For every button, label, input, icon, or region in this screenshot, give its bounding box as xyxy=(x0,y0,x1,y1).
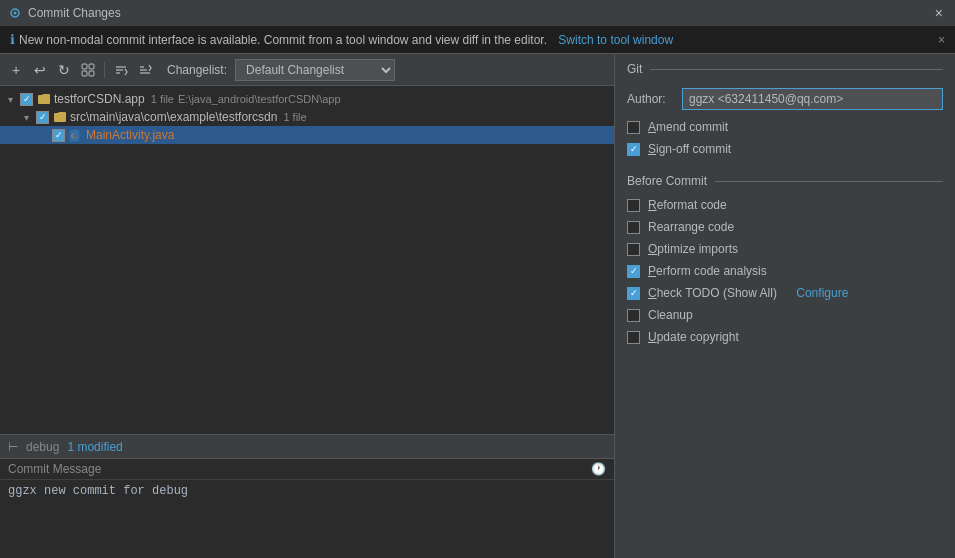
cleanup-row: Cleanup xyxy=(627,308,943,322)
optimize-imports-checkbox[interactable] xyxy=(627,243,640,256)
git-section-title: Git xyxy=(627,62,642,76)
close-button[interactable]: × xyxy=(931,5,947,21)
changelist-select[interactable]: Default Changelist xyxy=(235,59,395,81)
window-title: Commit Changes xyxy=(28,6,121,20)
commit-icon xyxy=(8,6,22,20)
tree-item-mainactivity-name: MainActivity.java xyxy=(86,128,174,142)
amend-commit-row: Amend commit xyxy=(627,120,943,134)
history-icon[interactable]: 🕐 xyxy=(591,462,606,476)
info-icon: ℹ xyxy=(10,32,15,47)
modified-count: 1 modified xyxy=(67,440,122,454)
check-todo-row: Check TODO (Show All) Configure xyxy=(627,286,943,300)
svg-rect-5 xyxy=(89,71,94,76)
right-panel: Git Author: Amend commit Sign-off commit… xyxy=(615,54,955,558)
optimize-imports-row: Optimize imports xyxy=(627,242,943,256)
optimize-imports-label: Optimize imports xyxy=(648,242,738,256)
update-copyright-row: Update copyright xyxy=(627,330,943,344)
svg-rect-3 xyxy=(89,64,94,69)
left-panel: + ↩ ↻ xyxy=(0,54,615,558)
before-commit-header: Before Commit xyxy=(627,174,943,188)
perform-analysis-row: Perform code analysis xyxy=(627,264,943,278)
add-button[interactable]: + xyxy=(6,60,26,80)
reformat-code-label: Reformat code xyxy=(648,198,727,212)
svg-rect-2 xyxy=(82,64,87,69)
rearrange-code-label: Rearrange code xyxy=(648,220,734,234)
update-copyright-checkbox[interactable] xyxy=(627,331,640,344)
tree-item-src-name: src\main\java\com\example\testforcsdn xyxy=(70,110,277,124)
file-tree: ▾ testforCSDN.app 1 file E:\java_android… xyxy=(0,86,614,434)
reformat-code-checkbox[interactable] xyxy=(627,199,640,212)
main-content: + ↩ ↻ xyxy=(0,54,955,558)
branch-name: debug xyxy=(26,440,59,454)
perform-analysis-checkbox[interactable] xyxy=(627,265,640,278)
rearrange-code-row: Rearrange code xyxy=(627,220,943,234)
refresh-button[interactable]: ↻ xyxy=(54,60,74,80)
notification-text: New non-modal commit interface is availa… xyxy=(19,33,547,47)
tree-arrow-root: ▾ xyxy=(8,94,20,105)
sort-desc-button[interactable] xyxy=(135,60,155,80)
commit-message-input[interactable]: ggzx new commit for debug xyxy=(0,480,614,558)
cleanup-label: Cleanup xyxy=(648,308,693,322)
author-input[interactable] xyxy=(682,88,943,110)
checkbox-src[interactable] xyxy=(36,111,49,124)
tree-item-root-name: testforCSDN.app xyxy=(54,92,145,106)
git-section-line xyxy=(650,69,943,70)
changelist-label: Changelist: xyxy=(167,63,227,77)
git-section-header: Git xyxy=(627,62,943,76)
commit-message-area: Commit Message 🕐 ggzx new commit for deb… xyxy=(0,458,614,558)
perform-analysis-label: Perform code analysis xyxy=(648,264,767,278)
svg-rect-4 xyxy=(82,71,87,76)
checkbox-mainactivity[interactable] xyxy=(52,129,65,142)
notification-content: ℹ New non-modal commit interface is avai… xyxy=(10,32,673,47)
before-commit-title: Before Commit xyxy=(627,174,707,188)
author-label: Author: xyxy=(627,92,682,106)
folder-icon-root xyxy=(37,92,51,106)
svg-text:C.: C. xyxy=(71,132,78,139)
tree-arrow-mainactivity xyxy=(40,130,52,141)
author-row: Author: xyxy=(627,88,943,110)
update-copyright-label: Update copyright xyxy=(648,330,739,344)
notification-bar: ℹ New non-modal commit interface is avai… xyxy=(0,26,955,54)
branch-icon: ⊢ xyxy=(8,440,18,454)
svg-point-1 xyxy=(14,12,17,15)
toolbar-separator xyxy=(104,62,105,78)
sort-asc-button[interactable] xyxy=(111,60,131,80)
title-bar: Commit Changes × xyxy=(0,0,955,26)
toolbar: + ↩ ↻ xyxy=(0,54,614,86)
folder-icon-src xyxy=(53,110,67,124)
rearrange-code-checkbox[interactable] xyxy=(627,221,640,234)
signoff-commit-checkbox[interactable] xyxy=(627,143,640,156)
tree-item-root[interactable]: ▾ testforCSDN.app 1 file E:\java_android… xyxy=(0,90,614,108)
notification-close-button[interactable]: × xyxy=(938,33,945,47)
configure-link[interactable]: Configure xyxy=(796,286,848,300)
switch-to-tool-window-link[interactable]: Switch to tool window xyxy=(558,33,673,47)
status-bar: ⊢ debug 1 modified xyxy=(0,434,614,458)
tree-item-src[interactable]: ▾ src\main\java\com\example\testforcsdn … xyxy=(0,108,614,126)
check-todo-label: Check TODO (Show All) xyxy=(648,286,777,300)
tree-item-root-path: E:\java_android\testforCSDN\app xyxy=(178,93,341,105)
undo-button[interactable]: ↩ xyxy=(30,60,50,80)
title-bar-left: Commit Changes xyxy=(8,6,121,20)
tree-item-root-meta: 1 file xyxy=(151,93,174,105)
amend-commit-label: Amend commit xyxy=(648,120,728,134)
before-commit-line xyxy=(715,181,943,182)
commit-changes-window: Commit Changes × ℹ New non-modal commit … xyxy=(0,0,955,558)
java-file-icon: C. xyxy=(69,129,83,141)
commit-message-header: Commit Message 🕐 xyxy=(0,459,614,480)
tree-item-src-meta: 1 file xyxy=(283,111,306,123)
signoff-commit-label: Sign-off commit xyxy=(648,142,731,156)
group-button[interactable] xyxy=(78,60,98,80)
amend-commit-checkbox[interactable] xyxy=(627,121,640,134)
check-todo-checkbox[interactable] xyxy=(627,287,640,300)
reformat-code-row: Reformat code xyxy=(627,198,943,212)
checkbox-root[interactable] xyxy=(20,93,33,106)
tree-arrow-src: ▾ xyxy=(24,112,36,123)
cleanup-checkbox[interactable] xyxy=(627,309,640,322)
signoff-commit-row: Sign-off commit xyxy=(627,142,943,156)
tree-item-mainactivity[interactable]: C. MainActivity.java xyxy=(0,126,614,144)
commit-message-label: Commit Message xyxy=(8,462,101,476)
